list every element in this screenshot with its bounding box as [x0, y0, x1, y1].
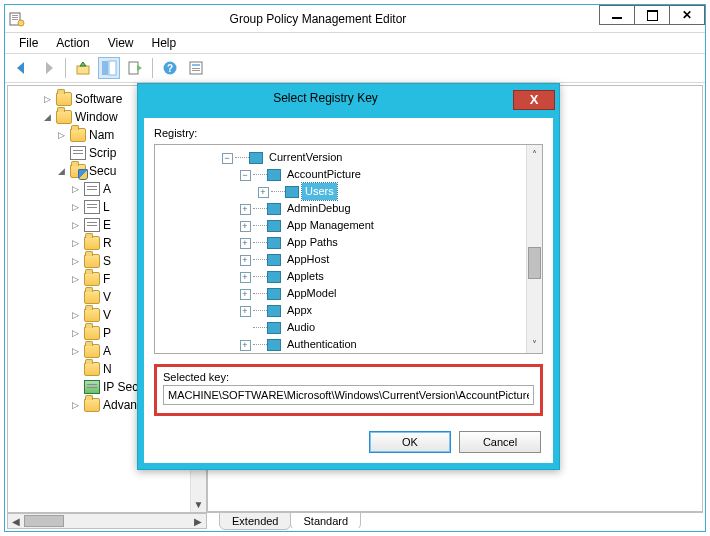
registry-node-label: App Management [284, 217, 377, 234]
toolbar: ? [5, 53, 705, 83]
expand-icon[interactable]: ▷ [42, 94, 53, 105]
expand-icon[interactable]: ▷ [70, 328, 81, 339]
expand-icon[interactable]: ▷ [70, 400, 81, 411]
menu-file[interactable]: File [11, 34, 46, 52]
registry-tree[interactable]: −CurrentVersion−AccountPicture+Users+Adm… [154, 144, 543, 354]
registry-node[interactable]: +AppModel [159, 285, 542, 302]
menu-view[interactable]: View [100, 34, 142, 52]
registry-node[interactable]: +Users [159, 183, 542, 200]
maximize-button[interactable] [634, 5, 670, 25]
expand-icon[interactable]: ▷ [56, 130, 67, 141]
expand-icon[interactable]: + [240, 255, 251, 266]
expand-icon[interactable]: ▷ [70, 202, 81, 213]
registry-scrollbar[interactable]: ˄ ˅ [526, 145, 542, 353]
dialog-close-button[interactable]: X [513, 90, 555, 110]
tree-node-label: V [103, 288, 111, 306]
registry-key-icon [267, 169, 281, 181]
show-hide-tree-button[interactable] [98, 57, 120, 79]
tree-node-label: F [103, 270, 110, 288]
up-level-button[interactable] [72, 57, 94, 79]
close-icon: X [530, 92, 539, 107]
expand-icon[interactable]: ▷ [70, 238, 81, 249]
expand-icon[interactable]: ▷ [70, 220, 81, 231]
registry-node[interactable]: +Authentication [159, 336, 542, 353]
svg-rect-1 [12, 15, 18, 16]
svg-point-4 [18, 20, 24, 26]
dialog-title: Select Registry Key [138, 91, 513, 105]
folder-icon [84, 236, 100, 250]
ip-security-icon [84, 380, 100, 394]
tree-node-label: A [103, 342, 111, 360]
tree-scrollbar-horizontal[interactable]: ◀ ▶ [7, 513, 207, 529]
registry-node[interactable]: +AppHost [159, 251, 542, 268]
folder-icon [84, 272, 100, 286]
collapse-icon[interactable]: ◢ [56, 166, 67, 177]
dialog-titlebar[interactable]: Select Registry Key X [138, 84, 559, 112]
expand-icon[interactable]: ▷ [70, 310, 81, 321]
expand-icon[interactable]: + [240, 221, 251, 232]
expand-icon[interactable]: + [240, 238, 251, 249]
close-button[interactable]: ✕ [669, 5, 705, 25]
collapse-icon[interactable]: − [222, 153, 233, 164]
scroll-thumb[interactable] [24, 515, 64, 527]
svg-rect-13 [192, 68, 200, 69]
svg-rect-12 [192, 64, 200, 66]
expand-icon[interactable]: ▷ [70, 274, 81, 285]
folder-icon [84, 362, 100, 376]
properties-button[interactable] [185, 57, 207, 79]
expand-icon[interactable]: ▷ [70, 256, 81, 267]
folder-icon [56, 92, 72, 106]
cancel-button[interactable]: Cancel [459, 431, 541, 453]
registry-key-icon [267, 288, 281, 300]
menu-help[interactable]: Help [144, 34, 185, 52]
ok-button[interactable]: OK [369, 431, 451, 453]
svg-text:?: ? [167, 63, 173, 74]
selected-key-group: Selected key: [154, 364, 543, 416]
expand-icon[interactable]: + [240, 204, 251, 215]
tab-extended[interactable]: Extended [219, 512, 291, 530]
scroll-right-icon[interactable]: ▶ [190, 514, 206, 528]
menu-action[interactable]: Action [48, 34, 97, 52]
expand-icon[interactable]: ▷ [70, 184, 81, 195]
expand-icon[interactable]: + [240, 306, 251, 317]
expand-icon[interactable]: ▷ [70, 346, 81, 357]
titlebar[interactable]: Group Policy Management Editor ✕ [5, 5, 705, 33]
help-button[interactable]: ? [159, 57, 181, 79]
tree-node-label: N [103, 360, 112, 378]
scroll-up-icon[interactable]: ˄ [532, 147, 537, 161]
scroll-down-icon[interactable]: ▼ [194, 499, 204, 510]
export-button[interactable] [124, 57, 146, 79]
collapse-icon[interactable]: − [240, 170, 251, 181]
expand-icon[interactable]: + [240, 289, 251, 300]
app-icon [9, 11, 25, 27]
back-button[interactable] [11, 57, 33, 79]
folder-icon [84, 308, 100, 322]
scroll-left-icon[interactable]: ◀ [8, 514, 24, 528]
expand-icon[interactable]: + [240, 272, 251, 283]
collapse-icon[interactable]: ◢ [42, 112, 53, 123]
minimize-button[interactable] [599, 5, 635, 25]
registry-node-label: CurrentVersion [266, 149, 345, 166]
forward-button[interactable] [37, 57, 59, 79]
registry-node[interactable]: +AdminDebug [159, 200, 542, 217]
svg-rect-3 [12, 19, 18, 20]
scroll-down-icon[interactable]: ˅ [532, 337, 537, 351]
expand-icon[interactable]: + [258, 187, 269, 198]
registry-node[interactable]: +App Paths [159, 234, 542, 251]
registry-node-label: Applets [284, 268, 327, 285]
registry-node[interactable]: +Applets [159, 268, 542, 285]
scroll-thumb[interactable] [528, 247, 541, 279]
selected-key-field[interactable] [163, 385, 534, 405]
tab-standard[interactable]: Standard [290, 512, 361, 530]
registry-key-icon [267, 322, 281, 334]
registry-node[interactable]: −CurrentVersion [159, 149, 542, 166]
registry-key-icon [267, 305, 281, 317]
folder-icon [70, 128, 86, 142]
registry-node-label: Audio [284, 319, 318, 336]
registry-node[interactable]: Audio [159, 319, 542, 336]
expand-icon[interactable]: + [240, 340, 251, 351]
registry-node[interactable]: −AccountPicture [159, 166, 542, 183]
registry-node[interactable]: +App Management [159, 217, 542, 234]
registry-key-icon [285, 186, 299, 198]
registry-node[interactable]: +Appx [159, 302, 542, 319]
